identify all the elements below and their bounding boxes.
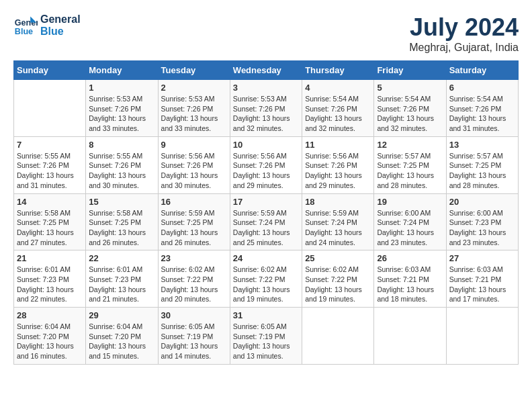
main-title: July 2024 [409,13,519,42]
calendar-cell: 8Sunrise: 5:55 AMSunset: 7:26 PMDaylight… [86,136,158,193]
header-day: Sunday [14,61,86,80]
day-info: Sunrise: 5:53 AMSunset: 7:26 PMDaylight:… [89,94,154,134]
header-day: Saturday [446,61,518,80]
calendar-cell: 4Sunrise: 5:54 AMSunset: 7:26 PMDaylight… [302,80,374,137]
day-number: 27 [449,253,515,263]
calendar-cell: 13Sunrise: 5:57 AMSunset: 7:25 PMDayligh… [446,136,518,193]
calendar-cell: 24Sunrise: 6:02 AMSunset: 7:22 PMDayligh… [230,250,302,308]
day-number: 7 [17,140,83,150]
calendar-cell: 14Sunrise: 5:58 AMSunset: 7:25 PMDayligh… [14,193,86,250]
logo-icon: General Blue [13,13,38,38]
day-info: Sunrise: 6:03 AMSunset: 7:21 PMDaylight:… [377,265,443,304]
calendar-cell: 3Sunrise: 5:53 AMSunset: 7:26 PMDaylight… [230,80,302,137]
calendar-cell: 21Sunrise: 6:01 AMSunset: 7:23 PMDayligh… [14,250,86,308]
day-info: Sunrise: 6:04 AMSunset: 7:20 PMDaylight:… [17,322,83,361]
calendar-cell: 31Sunrise: 6:05 AMSunset: 7:19 PMDayligh… [230,308,302,365]
day-number: 12 [377,140,443,150]
day-number: 31 [233,310,299,320]
day-info: Sunrise: 5:59 AMSunset: 7:24 PMDaylight:… [305,208,371,248]
day-number: 5 [377,83,443,93]
calendar-cell [302,308,374,365]
day-number: 24 [233,253,299,263]
calendar-cell: 25Sunrise: 6:02 AMSunset: 7:22 PMDayligh… [302,250,374,308]
day-info: Sunrise: 6:02 AMSunset: 7:22 PMDaylight:… [233,265,299,304]
page-header: General Blue General Blue July 2024 Megh… [13,13,519,54]
svg-text:Blue: Blue [15,27,33,36]
calendar-body: 1Sunrise: 5:53 AMSunset: 7:26 PMDaylight… [14,80,519,365]
day-number: 26 [377,253,443,263]
calendar-cell [374,308,446,365]
header-day: Monday [86,61,158,80]
day-number: 25 [305,253,371,263]
day-info: Sunrise: 5:56 AMSunset: 7:26 PMDaylight:… [161,151,227,191]
calendar-cell: 7Sunrise: 5:55 AMSunset: 7:26 PMDaylight… [14,136,86,193]
day-info: Sunrise: 6:00 AMSunset: 7:24 PMDaylight:… [377,208,443,248]
header-day: Tuesday [158,61,230,80]
header-row: SundayMondayTuesdayWednesdayThursdayFrid… [14,61,519,80]
day-number: 17 [233,197,299,207]
day-info: Sunrise: 5:53 AMSunset: 7:26 PMDaylight:… [161,94,227,134]
day-info: Sunrise: 5:56 AMSunset: 7:26 PMDaylight:… [305,151,371,191]
day-info: Sunrise: 5:54 AMSunset: 7:26 PMDaylight:… [305,94,371,134]
day-number: 19 [377,197,443,207]
header-day: Friday [374,61,446,80]
calendar-cell: 22Sunrise: 6:01 AMSunset: 7:23 PMDayligh… [86,250,158,308]
calendar-cell: 1Sunrise: 5:53 AMSunset: 7:26 PMDaylight… [86,80,158,137]
calendar-week-row: 28Sunrise: 6:04 AMSunset: 7:20 PMDayligh… [14,308,519,365]
logo: General Blue General Blue [13,13,81,38]
day-number: 13 [449,140,515,150]
calendar-cell: 9Sunrise: 5:56 AMSunset: 7:26 PMDaylight… [158,136,230,193]
day-number: 16 [161,197,227,207]
calendar-cell: 12Sunrise: 5:57 AMSunset: 7:25 PMDayligh… [374,136,446,193]
day-info: Sunrise: 6:00 AMSunset: 7:23 PMDaylight:… [449,208,515,248]
day-number: 4 [305,83,371,93]
calendar-week-row: 1Sunrise: 5:53 AMSunset: 7:26 PMDaylight… [14,80,519,137]
subtitle: Meghraj, Gujarat, India [409,42,519,54]
day-number: 29 [89,310,154,320]
day-info: Sunrise: 5:57 AMSunset: 7:25 PMDaylight:… [377,151,443,191]
day-number: 10 [233,140,299,150]
calendar-header: SundayMondayTuesdayWednesdayThursdayFrid… [14,61,519,80]
calendar-cell: 10Sunrise: 5:56 AMSunset: 7:26 PMDayligh… [230,136,302,193]
calendar-cell: 2Sunrise: 5:53 AMSunset: 7:26 PMDaylight… [158,80,230,137]
day-info: Sunrise: 6:05 AMSunset: 7:19 PMDaylight:… [161,322,227,361]
day-number: 1 [89,83,154,93]
logo-line2: Blue [40,26,81,38]
calendar-cell: 30Sunrise: 6:05 AMSunset: 7:19 PMDayligh… [158,308,230,365]
calendar-cell: 11Sunrise: 5:56 AMSunset: 7:26 PMDayligh… [302,136,374,193]
day-info: Sunrise: 6:05 AMSunset: 7:19 PMDaylight:… [233,322,299,361]
day-number: 15 [89,197,154,207]
day-number: 30 [161,310,227,320]
day-number: 28 [17,310,83,320]
day-info: Sunrise: 5:58 AMSunset: 7:25 PMDaylight:… [17,208,83,248]
calendar-cell: 19Sunrise: 6:00 AMSunset: 7:24 PMDayligh… [374,193,446,250]
calendar-cell [446,308,518,365]
day-info: Sunrise: 5:59 AMSunset: 7:25 PMDaylight:… [161,208,227,248]
calendar-cell: 26Sunrise: 6:03 AMSunset: 7:21 PMDayligh… [374,250,446,308]
calendar-cell: 15Sunrise: 5:58 AMSunset: 7:25 PMDayligh… [86,193,158,250]
day-info: Sunrise: 5:54 AMSunset: 7:26 PMDaylight:… [377,94,443,134]
day-info: Sunrise: 6:03 AMSunset: 7:21 PMDaylight:… [449,265,515,304]
calendar-cell: 17Sunrise: 5:59 AMSunset: 7:24 PMDayligh… [230,193,302,250]
calendar-week-row: 7Sunrise: 5:55 AMSunset: 7:26 PMDaylight… [14,136,519,193]
day-info: Sunrise: 5:58 AMSunset: 7:25 PMDaylight:… [89,208,154,248]
day-number: 18 [305,197,371,207]
day-info: Sunrise: 6:02 AMSunset: 7:22 PMDaylight:… [161,265,227,304]
day-info: Sunrise: 6:02 AMSunset: 7:22 PMDaylight:… [305,265,371,304]
day-number: 8 [89,140,154,150]
day-info: Sunrise: 6:04 AMSunset: 7:20 PMDaylight:… [89,322,154,361]
day-number: 6 [449,83,515,93]
day-number: 20 [449,197,515,207]
calendar-cell: 18Sunrise: 5:59 AMSunset: 7:24 PMDayligh… [302,193,374,250]
day-info: Sunrise: 5:56 AMSunset: 7:26 PMDaylight:… [233,151,299,191]
calendar-cell: 28Sunrise: 6:04 AMSunset: 7:20 PMDayligh… [14,308,86,365]
day-info: Sunrise: 5:57 AMSunset: 7:25 PMDaylight:… [449,151,515,191]
day-number: 21 [17,253,83,263]
calendar-cell: 27Sunrise: 6:03 AMSunset: 7:21 PMDayligh… [446,250,518,308]
day-info: Sunrise: 5:55 AMSunset: 7:26 PMDaylight:… [89,151,154,191]
day-info: Sunrise: 5:53 AMSunset: 7:26 PMDaylight:… [233,94,299,134]
calendar-cell: 5Sunrise: 5:54 AMSunset: 7:26 PMDaylight… [374,80,446,137]
calendar-cell: 29Sunrise: 6:04 AMSunset: 7:20 PMDayligh… [86,308,158,365]
day-number: 11 [305,140,371,150]
day-number: 2 [161,83,227,93]
